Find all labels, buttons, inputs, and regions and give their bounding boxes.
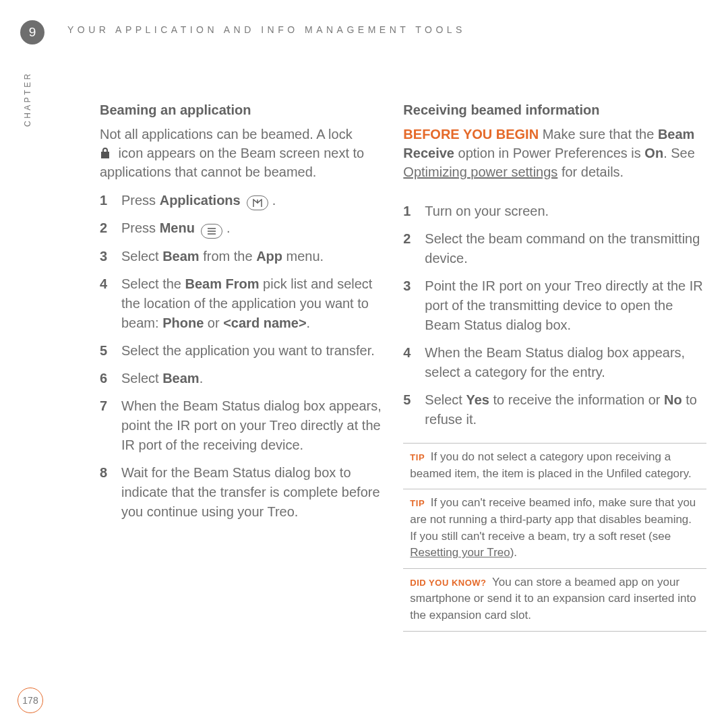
bold: On xyxy=(644,146,663,160)
section-title-receiving: Receiving beamed information xyxy=(403,102,706,118)
text: . xyxy=(307,315,311,330)
tip-label: TIP xyxy=(410,452,425,462)
tip-2: TIP If you can't receive beamed info, ma… xyxy=(403,489,706,568)
bold: Yes xyxy=(466,392,489,407)
text: option in Power Preferences is xyxy=(454,146,644,160)
tip-text: If you do not select a category upon rec… xyxy=(410,450,691,480)
step-5: Select the application you want to trans… xyxy=(100,341,383,361)
bold: No xyxy=(664,392,682,407)
step-8: Wait for the Beam Status dialog box to i… xyxy=(100,463,383,522)
did-you-know: DID YOU KNOW? You can store a beamed app… xyxy=(403,568,706,632)
dyk-label: DID YOU KNOW? xyxy=(410,578,486,588)
bold: Beam xyxy=(162,249,199,264)
chapter-label: CHAPTER xyxy=(23,71,32,127)
step-2: Press Menu . xyxy=(100,218,383,239)
intro-text: Not all applications can be beamed. A lo… xyxy=(100,125,383,181)
text: . xyxy=(200,371,204,386)
section-title-beaming: Beaming an application xyxy=(100,102,383,118)
bold: Phone xyxy=(162,315,204,330)
bold: Beam From xyxy=(185,276,260,291)
receiving-steps: Turn on your screen. Select the beam com… xyxy=(403,202,706,429)
running-header: YOUR APPLICATION AND INFO MANAGEMENT TOO… xyxy=(67,24,466,35)
bold: <card name> xyxy=(223,315,306,330)
text: Press xyxy=(121,220,160,235)
chapter-number-badge: 9 xyxy=(20,20,44,44)
page-content: Beaming an application Not all applicati… xyxy=(100,102,706,632)
before-label: BEFORE YOU BEGIN xyxy=(403,127,539,142)
bold: Applications xyxy=(160,193,241,208)
tip-1: TIP If you do not select a category upon… xyxy=(403,443,706,489)
tip-label: TIP xyxy=(410,498,425,508)
text: to receive the information or xyxy=(489,392,664,407)
text: from the xyxy=(200,249,256,264)
text: Select xyxy=(121,249,162,264)
bold: Menu xyxy=(160,220,195,235)
step-6: Select Beam. xyxy=(100,369,383,388)
bold: App xyxy=(256,249,282,264)
tip-text: If you can't receive beamed info, make s… xyxy=(410,496,696,542)
intro-part-a: Not all applications can be beamed. A lo… xyxy=(100,127,353,142)
step-4: Select the Beam From pick list and selec… xyxy=(100,274,383,333)
link-resetting-treo[interactable]: Resetting your Treo xyxy=(410,546,510,559)
right-column: Receiving beamed information BEFORE YOU … xyxy=(403,102,706,632)
lock-icon xyxy=(100,146,111,160)
step-3: Point the IR port on your Treo directly … xyxy=(403,276,706,335)
page-number: 178 xyxy=(18,688,43,713)
step-2: Select the beam command on the transmitt… xyxy=(403,229,706,268)
text: . xyxy=(222,220,230,235)
step-5: Select Yes to receive the information or… xyxy=(403,390,706,429)
step-1: Turn on your screen. xyxy=(403,202,706,221)
tip-text: ). xyxy=(510,546,517,559)
before-you-begin: BEFORE YOU BEGIN Make sure that the Beam… xyxy=(403,125,706,181)
text: Select xyxy=(121,371,162,386)
text: for details. xyxy=(557,164,624,179)
text: Make sure that the xyxy=(543,127,658,142)
beaming-steps: Press Applications . Press Menu . Select… xyxy=(100,191,383,522)
step-1: Press Applications . xyxy=(100,191,383,210)
step-3: Select Beam from the App menu. xyxy=(100,247,383,266)
text: Select xyxy=(425,392,466,407)
left-column: Beaming an application Not all applicati… xyxy=(100,102,383,632)
step-4: When the Beam Status dialog box appears,… xyxy=(403,343,706,382)
home-icon xyxy=(247,195,268,210)
text: Press xyxy=(121,193,160,208)
bold: Beam xyxy=(162,371,199,386)
intro-part-b: icon appears on the Beam screen next to … xyxy=(100,146,364,179)
text: . xyxy=(268,193,276,208)
link-optimizing-power[interactable]: Optimizing power settings xyxy=(403,164,557,179)
text: . See xyxy=(663,146,695,160)
step-7: When the Beam Status dialog box appears,… xyxy=(100,396,383,455)
text: or xyxy=(204,315,223,330)
text: menu. xyxy=(282,249,324,264)
tip-box: TIP If you do not select a category upon… xyxy=(403,443,706,632)
menu-icon xyxy=(201,224,222,239)
text: Select the xyxy=(121,276,185,291)
